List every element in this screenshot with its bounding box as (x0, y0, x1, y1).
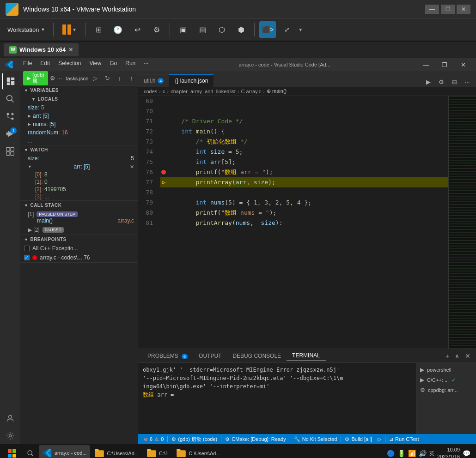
activity-search[interactable] (2, 90, 18, 107)
status-ctest[interactable]: ⊿ Run CTest (386, 436, 421, 442)
taskbar-item-explorer-2[interactable]: C:\1 (143, 445, 172, 458)
tab-settings-button[interactable]: ⚙ (436, 77, 446, 87)
activity-account[interactable] (2, 410, 18, 427)
bc-function[interactable]: ⊕ main() (267, 88, 287, 94)
send-to-button[interactable]: ⊞ (90, 21, 107, 38)
status-cmake[interactable]: ⚙ CMake: [Debug]: Ready (222, 436, 288, 442)
activity-debug[interactable]: 1 (2, 126, 18, 142)
debug-run-button[interactable]: ▶(gdb) 属 (23, 71, 48, 85)
bc-file[interactable]: C array.c (241, 89, 262, 94)
taskbar-item-explorer-1[interactable]: C:\Users\Ad... (91, 445, 142, 458)
status-build[interactable]: ⚙ Build [all] (342, 436, 375, 442)
clock[interactable]: 10:09 2023/1/16 (437, 446, 460, 458)
menu-run[interactable]: Run (122, 59, 139, 70)
var-nums[interactable]: ▶ nums: [5] (20, 120, 138, 128)
network-icon[interactable]: 📶 (408, 450, 416, 457)
terminal-content[interactable]: obxy1.gjk' '--stderr=Microsoft-MIEngine-… (138, 363, 416, 434)
tab-output[interactable]: OUTPUT (193, 351, 227, 361)
shell-cpp[interactable]: ▶ C/C++: ... ✓ (416, 375, 476, 385)
bp-checkbox-array[interactable]: ✓ (24, 255, 30, 260)
start-button[interactable] (2, 444, 22, 458)
variables-header[interactable]: ▼ VARIABLES (20, 86, 138, 95)
activity-extensions[interactable] (2, 143, 18, 160)
vscode-close-button[interactable]: ✕ (454, 58, 472, 71)
view-single-button[interactable]: ▣ (175, 21, 191, 38)
terminal-split-button[interactable]: ∧ (453, 351, 461, 361)
terminal-close-button[interactable]: ✕ (463, 351, 472, 361)
bc-c[interactable]: c (163, 89, 165, 94)
bp-item-cpp-exception[interactable]: All C++ Exceptio... (20, 244, 138, 253)
status-kit[interactable]: 🔧 No Kit Selected (291, 436, 340, 442)
menu-selection[interactable]: Selection (55, 59, 85, 70)
vmware-minimize-button[interactable]: — (425, 5, 439, 14)
view-split-button[interactable]: ▤ (194, 21, 211, 38)
snapshot-button[interactable]: 🕐 (110, 21, 126, 38)
tab-run-button[interactable]: ▶ (423, 77, 433, 87)
menu-more[interactable]: ··· (140, 59, 152, 70)
activity-source-control[interactable] (2, 108, 18, 125)
tab-terminal[interactable]: TERMINAL (287, 350, 326, 361)
menu-go[interactable]: Go (106, 59, 121, 70)
var-arr[interactable]: ▶ arr: [5] (20, 112, 138, 120)
vmware-maximize-button[interactable]: ❐ (441, 5, 455, 14)
status-run[interactable]: ▷ (375, 436, 384, 442)
tab-util-h[interactable]: util.h 4 (138, 74, 169, 87)
pause-button[interactable]: ▼ (58, 21, 80, 38)
vm-tab-win10[interactable]: W Windows 10 x64 ✕ (4, 43, 79, 56)
tab-launch-json[interactable]: {} launch.json (169, 74, 214, 87)
debug-more-button[interactable]: ··· (57, 73, 62, 84)
call-stack-frame-1[interactable]: [1] PAUSED ON STEP main() array.c (20, 210, 138, 225)
taskbar-item-vscode[interactable]: array.c - cod... (39, 445, 90, 458)
view-custom-button[interactable]: ⬢ (233, 21, 250, 38)
lang-indicator[interactable]: 英 (429, 450, 434, 457)
debug-settings-button[interactable]: ⚙ (50, 73, 55, 84)
battery-icon[interactable]: 🔋 (397, 450, 405, 457)
bluetooth-icon[interactable]: 🔵 (387, 450, 395, 457)
breakpoints-header[interactable]: ▼ BREAKPOINTS (20, 235, 138, 244)
watch-arr[interactable]: ▼ arr: [5] ✕ (20, 163, 138, 171)
vmware-titlebar: Windows 10 x64 - VMware Workstation — ❐ … (0, 0, 476, 18)
notification-icon[interactable]: 💬 (463, 450, 470, 457)
settings-button[interactable]: ⚙ (148, 21, 165, 38)
watch-header[interactable]: ▼ WATCH (20, 145, 138, 154)
activity-settings[interactable] (2, 428, 18, 444)
menu-file[interactable]: File (19, 59, 36, 70)
call-stack-frame-2[interactable]: ▶ [2] PAUSED (20, 225, 138, 235)
tab-debug-console[interactable]: DEBUG CONSOLE (227, 351, 287, 361)
taskbar-search[interactable] (23, 445, 38, 458)
shell-cppdbg[interactable]: ⚙ cppdbg: arr... (416, 385, 476, 395)
workstation-menu[interactable]: Workstation ▼ (4, 24, 49, 35)
status-errors[interactable]: ⊗ 6 ⚠ 0 (141, 436, 166, 442)
view-stretch-button[interactable]: ⬡ (214, 21, 230, 38)
taskbar-item-explorer-3[interactable]: C:\Users\Ad... (173, 445, 224, 458)
fit-button[interactable]: ⤢ (279, 21, 295, 38)
debug-step-into-button[interactable]: ↓ (114, 73, 124, 84)
tab-split-button[interactable]: ⊟ (449, 77, 459, 87)
menu-edit[interactable]: Edit (37, 59, 54, 70)
call-stack-header[interactable]: ▼ CALL STACK (20, 201, 138, 210)
locals-header[interactable]: ▼ Locals (20, 95, 138, 103)
debug-continue-button[interactable]: ▷ (90, 73, 100, 84)
watch-arr-delete-button[interactable]: ✕ (130, 164, 134, 170)
vscode-minimize-button[interactable]: — (417, 58, 435, 71)
volume-icon[interactable]: 🔊 (419, 450, 427, 457)
bc-codes[interactable]: codes (144, 89, 157, 94)
tab-more-button[interactable]: ··· (462, 77, 472, 87)
bc-chapter[interactable]: chapter_array_and_linkedlist (171, 89, 236, 94)
terminal-new-button[interactable]: + (444, 351, 451, 361)
debug-step-out-button[interactable]: ↑ (126, 73, 136, 84)
vmware-close-button[interactable]: ✕ (457, 5, 470, 14)
console-button[interactable]: ⬛> (259, 21, 276, 38)
bp-item-array-c[interactable]: ✓ array.c - codes\... 76 (20, 253, 138, 262)
vm-tab-close[interactable]: ✕ (68, 47, 73, 53)
vscode-restore-button[interactable]: ❐ (435, 58, 454, 71)
bp-checkbox-cpp[interactable] (24, 246, 30, 251)
debug-step-over-button[interactable]: ↻ (102, 73, 112, 84)
shell-powershell[interactable]: ▶ powershell (416, 365, 476, 375)
tab-problems[interactable]: PROBLEMS 6 (142, 351, 193, 361)
activity-explorer[interactable] (2, 73, 18, 90)
revert-button[interactable]: ↩ (129, 21, 146, 38)
toolbar-separator-1 (53, 23, 54, 36)
menu-view[interactable]: View (85, 59, 105, 70)
status-gdb[interactable]: ⚙ (gdb) 启动 (code) (169, 436, 220, 443)
